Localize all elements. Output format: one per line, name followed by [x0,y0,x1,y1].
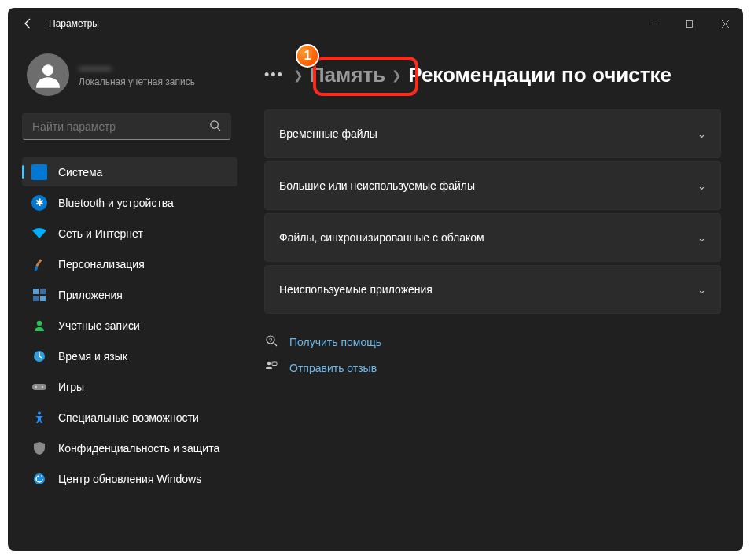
wifi-icon [31,226,47,241]
close-button[interactable] [707,8,743,39]
search-icon [209,120,221,134]
window-controls [635,8,743,39]
nav-item-accessibility[interactable]: Специальные возможности [22,403,237,432]
svg-point-16 [35,385,37,387]
svg-point-19 [34,473,45,484]
window-title: Параметры [49,18,99,29]
gamepad-icon [31,379,47,395]
back-button[interactable] [22,17,35,30]
svg-point-5 [211,121,218,128]
person-icon [31,318,47,333]
display-icon [31,164,47,180]
sidebar: ——— Локальная учетная запись Система ✱ B… [8,39,244,551]
chevron-down-icon: ⌄ [698,128,706,140]
nav-item-gaming[interactable]: Игры [22,372,237,401]
section-large-unused[interactable]: Большие или неиспользуемые файлы ⌄ [264,161,721,210]
feedback-link-row: Отправить отзыв [264,360,721,375]
breadcrumb-more[interactable]: ••• [264,67,284,83]
nav-item-network[interactable]: Сеть и Интернет [22,219,237,248]
section-unused-apps[interactable]: Неиспользуемые приложения ⌄ [264,265,721,314]
breadcrumb-storage[interactable]: Память [310,63,385,87]
svg-rect-24 [272,362,277,366]
get-help-link[interactable]: Получить помощь [289,336,381,348]
help-link-row: ? Получить помощь [264,334,721,349]
svg-line-22 [274,343,277,346]
section-label: Файлы, синхронизированные с облаком [279,231,484,244]
feedback-link[interactable]: Отправить отзыв [289,362,377,374]
section-label: Большие или неиспользуемые файлы [279,179,475,192]
breadcrumb: ••• ❯ Память ❯ Рекомендации по очистке [264,63,721,87]
nav-item-windows-update[interactable]: Центр обновления Windows [22,464,237,493]
user-name: ——— [79,62,195,75]
nav-label: Приложения [58,289,123,301]
minimize-button[interactable] [635,8,671,39]
nav-item-personalization[interactable]: Персонализация [22,249,237,278]
help-icon: ? [264,334,278,349]
svg-point-23 [267,362,271,366]
svg-rect-1 [686,20,692,27]
content-area: ——— Локальная учетная запись Система ✱ B… [8,39,743,551]
annotation-step-badge: 1 [296,44,319,68]
nav-label: Система [58,166,102,179]
chevron-down-icon: ⌄ [698,232,706,244]
titlebar: Параметры [8,8,743,39]
svg-rect-12 [40,296,46,301]
svg-point-4 [42,64,53,76]
page-title: Рекомендации по очистке [408,63,672,87]
svg-rect-11 [33,296,39,301]
brush-icon [31,256,47,272]
bluetooth-icon: ✱ [31,195,47,211]
svg-rect-7 [34,168,45,176]
section-label: Временные файлы [279,127,377,140]
svg-rect-10 [40,289,46,294]
nav-item-bluetooth[interactable]: ✱ Bluetooth и устройства [22,188,237,217]
main-panel: ••• ❯ Память ❯ Рекомендации по очистке В… [244,39,743,551]
svg-rect-9 [33,289,39,294]
shield-icon [31,440,47,456]
svg-line-6 [217,127,220,131]
svg-rect-15 [32,384,46,390]
chevron-right-icon: ❯ [392,68,402,83]
nav-label: Сеть и Интернет [58,227,143,240]
nav-list: Система ✱ Bluetooth и устройства Сеть и … [22,157,237,493]
nav-label: Центр обновления Windows [58,473,201,485]
footer-links: ? Получить помощь Отправить отзыв [264,334,721,375]
search-input[interactable] [32,120,209,133]
nav-label: Персонализация [58,258,145,271]
svg-point-13 [37,320,42,325]
nav-item-time[interactable]: Время и язык [22,341,237,370]
apps-icon [31,287,47,303]
nav-item-accounts[interactable]: Учетные записи [22,311,237,340]
nav-label: Специальные возможности [58,411,199,424]
nav-item-system[interactable]: Система [22,157,237,186]
chevron-down-icon: ⌄ [698,284,706,296]
maximize-button[interactable] [671,8,707,39]
nav-item-privacy[interactable]: Конфиденциальность и защита [22,433,237,462]
nav-item-apps[interactable]: Приложения [22,280,237,309]
nav-label: Игры [58,381,84,393]
clock-icon [31,348,47,364]
user-subtitle: Локальная учетная запись [79,76,195,87]
feedback-icon [264,360,278,375]
svg-text:?: ? [269,337,273,344]
settings-window: Параметры ——— Локальная учетная запись [8,8,743,551]
section-cloud-synced[interactable]: Файлы, синхронизированные с облаком ⌄ [264,213,721,262]
user-profile[interactable]: ——— Локальная учетная запись [22,53,237,96]
section-temp-files[interactable]: Временные файлы ⌄ [264,109,721,158]
chevron-down-icon: ⌄ [698,180,706,192]
search-box[interactable] [22,113,231,140]
section-label: Неиспользуемые приложения [279,283,433,296]
nav-label: Конфиденциальность и защита [58,442,219,455]
svg-point-17 [42,385,43,387]
nav-label: Bluetooth и устройства [58,197,174,209]
chevron-right-icon: ❯ [293,68,304,83]
svg-rect-8 [35,259,42,267]
accessibility-icon [31,410,47,426]
nav-label: Учетные записи [58,319,140,332]
svg-point-18 [38,411,41,414]
nav-label: Время и язык [58,350,127,363]
avatar-icon [27,53,69,96]
update-icon [31,471,47,487]
